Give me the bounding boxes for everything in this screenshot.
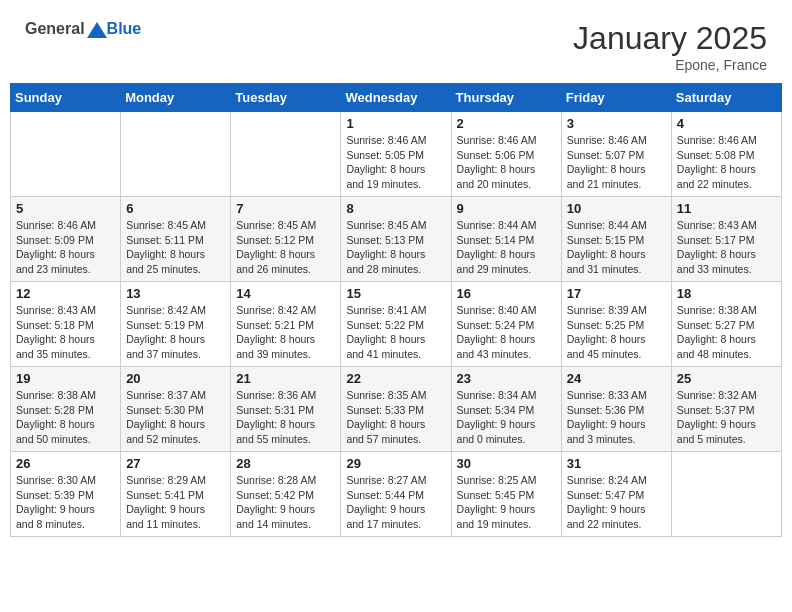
- weekday-header: Monday: [121, 84, 231, 112]
- calendar-cell: 19Sunrise: 8:38 AM Sunset: 5:28 PM Dayli…: [11, 367, 121, 452]
- calendar-cell: 12Sunrise: 8:43 AM Sunset: 5:18 PM Dayli…: [11, 282, 121, 367]
- month-title: January 2025: [573, 20, 767, 57]
- day-number: 14: [236, 286, 335, 301]
- calendar-cell: 27Sunrise: 8:29 AM Sunset: 5:41 PM Dayli…: [121, 452, 231, 537]
- svg-marker-0: [87, 22, 107, 38]
- day-info: Sunrise: 8:45 AM Sunset: 5:11 PM Dayligh…: [126, 218, 225, 277]
- day-info: Sunrise: 8:39 AM Sunset: 5:25 PM Dayligh…: [567, 303, 666, 362]
- weekday-header: Sunday: [11, 84, 121, 112]
- calendar-cell: 18Sunrise: 8:38 AM Sunset: 5:27 PM Dayli…: [671, 282, 781, 367]
- calendar-cell: 2Sunrise: 8:46 AM Sunset: 5:06 PM Daylig…: [451, 112, 561, 197]
- day-number: 10: [567, 201, 666, 216]
- calendar-cell: 29Sunrise: 8:27 AM Sunset: 5:44 PM Dayli…: [341, 452, 451, 537]
- calendar-cell: 3Sunrise: 8:46 AM Sunset: 5:07 PM Daylig…: [561, 112, 671, 197]
- calendar-cell: [121, 112, 231, 197]
- day-info: Sunrise: 8:40 AM Sunset: 5:24 PM Dayligh…: [457, 303, 556, 362]
- calendar-cell: 1Sunrise: 8:46 AM Sunset: 5:05 PM Daylig…: [341, 112, 451, 197]
- day-info: Sunrise: 8:29 AM Sunset: 5:41 PM Dayligh…: [126, 473, 225, 532]
- calendar-cell: 14Sunrise: 8:42 AM Sunset: 5:21 PM Dayli…: [231, 282, 341, 367]
- calendar-week: 26Sunrise: 8:30 AM Sunset: 5:39 PM Dayli…: [11, 452, 782, 537]
- day-number: 2: [457, 116, 556, 131]
- weekday-header: Thursday: [451, 84, 561, 112]
- day-number: 16: [457, 286, 556, 301]
- calendar-cell: 24Sunrise: 8:33 AM Sunset: 5:36 PM Dayli…: [561, 367, 671, 452]
- calendar-week: 1Sunrise: 8:46 AM Sunset: 5:05 PM Daylig…: [11, 112, 782, 197]
- day-number: 21: [236, 371, 335, 386]
- calendar-cell: 20Sunrise: 8:37 AM Sunset: 5:30 PM Dayli…: [121, 367, 231, 452]
- calendar-cell: 26Sunrise: 8:30 AM Sunset: 5:39 PM Dayli…: [11, 452, 121, 537]
- calendar-cell: 8Sunrise: 8:45 AM Sunset: 5:13 PM Daylig…: [341, 197, 451, 282]
- day-number: 25: [677, 371, 776, 386]
- calendar-cell: 31Sunrise: 8:24 AM Sunset: 5:47 PM Dayli…: [561, 452, 671, 537]
- logo-triangle-icon: [87, 22, 107, 38]
- calendar-week: 5Sunrise: 8:46 AM Sunset: 5:09 PM Daylig…: [11, 197, 782, 282]
- weekday-header: Saturday: [671, 84, 781, 112]
- day-number: 18: [677, 286, 776, 301]
- day-info: Sunrise: 8:42 AM Sunset: 5:19 PM Dayligh…: [126, 303, 225, 362]
- day-number: 11: [677, 201, 776, 216]
- day-info: Sunrise: 8:46 AM Sunset: 5:06 PM Dayligh…: [457, 133, 556, 192]
- calendar-week: 12Sunrise: 8:43 AM Sunset: 5:18 PM Dayli…: [11, 282, 782, 367]
- day-number: 22: [346, 371, 445, 386]
- day-number: 17: [567, 286, 666, 301]
- day-number: 3: [567, 116, 666, 131]
- calendar-cell: 22Sunrise: 8:35 AM Sunset: 5:33 PM Dayli…: [341, 367, 451, 452]
- day-info: Sunrise: 8:43 AM Sunset: 5:18 PM Dayligh…: [16, 303, 115, 362]
- weekday-header: Tuesday: [231, 84, 341, 112]
- day-info: Sunrise: 8:36 AM Sunset: 5:31 PM Dayligh…: [236, 388, 335, 447]
- day-number: 5: [16, 201, 115, 216]
- day-number: 20: [126, 371, 225, 386]
- day-number: 23: [457, 371, 556, 386]
- day-info: Sunrise: 8:24 AM Sunset: 5:47 PM Dayligh…: [567, 473, 666, 532]
- calendar-cell: 16Sunrise: 8:40 AM Sunset: 5:24 PM Dayli…: [451, 282, 561, 367]
- calendar-cell: 7Sunrise: 8:45 AM Sunset: 5:12 PM Daylig…: [231, 197, 341, 282]
- day-info: Sunrise: 8:46 AM Sunset: 5:05 PM Dayligh…: [346, 133, 445, 192]
- calendar-cell: 21Sunrise: 8:36 AM Sunset: 5:31 PM Dayli…: [231, 367, 341, 452]
- day-number: 19: [16, 371, 115, 386]
- day-info: Sunrise: 8:46 AM Sunset: 5:07 PM Dayligh…: [567, 133, 666, 192]
- header-row: SundayMondayTuesdayWednesdayThursdayFrid…: [11, 84, 782, 112]
- calendar-table: SundayMondayTuesdayWednesdayThursdayFrid…: [10, 83, 782, 537]
- day-number: 12: [16, 286, 115, 301]
- day-number: 8: [346, 201, 445, 216]
- day-info: Sunrise: 8:45 AM Sunset: 5:13 PM Dayligh…: [346, 218, 445, 277]
- day-number: 27: [126, 456, 225, 471]
- day-number: 15: [346, 286, 445, 301]
- day-info: Sunrise: 8:32 AM Sunset: 5:37 PM Dayligh…: [677, 388, 776, 447]
- calendar-cell: 30Sunrise: 8:25 AM Sunset: 5:45 PM Dayli…: [451, 452, 561, 537]
- day-number: 30: [457, 456, 556, 471]
- calendar-cell: 9Sunrise: 8:44 AM Sunset: 5:14 PM Daylig…: [451, 197, 561, 282]
- day-info: Sunrise: 8:28 AM Sunset: 5:42 PM Dayligh…: [236, 473, 335, 532]
- day-number: 7: [236, 201, 335, 216]
- day-info: Sunrise: 8:30 AM Sunset: 5:39 PM Dayligh…: [16, 473, 115, 532]
- day-info: Sunrise: 8:43 AM Sunset: 5:17 PM Dayligh…: [677, 218, 776, 277]
- day-info: Sunrise: 8:37 AM Sunset: 5:30 PM Dayligh…: [126, 388, 225, 447]
- day-info: Sunrise: 8:35 AM Sunset: 5:33 PM Dayligh…: [346, 388, 445, 447]
- day-number: 4: [677, 116, 776, 131]
- page-header: General Blue January 2025 Epone, France: [10, 10, 782, 78]
- day-info: Sunrise: 8:44 AM Sunset: 5:15 PM Dayligh…: [567, 218, 666, 277]
- weekday-header: Friday: [561, 84, 671, 112]
- logo-general-text: General: [25, 20, 85, 37]
- day-info: Sunrise: 8:44 AM Sunset: 5:14 PM Dayligh…: [457, 218, 556, 277]
- calendar-cell: 6Sunrise: 8:45 AM Sunset: 5:11 PM Daylig…: [121, 197, 231, 282]
- day-info: Sunrise: 8:41 AM Sunset: 5:22 PM Dayligh…: [346, 303, 445, 362]
- calendar-cell: 5Sunrise: 8:46 AM Sunset: 5:09 PM Daylig…: [11, 197, 121, 282]
- title-block: January 2025 Epone, France: [573, 20, 767, 73]
- day-info: Sunrise: 8:34 AM Sunset: 5:34 PM Dayligh…: [457, 388, 556, 447]
- day-info: Sunrise: 8:46 AM Sunset: 5:08 PM Dayligh…: [677, 133, 776, 192]
- day-number: 26: [16, 456, 115, 471]
- day-number: 1: [346, 116, 445, 131]
- calendar-cell: 28Sunrise: 8:28 AM Sunset: 5:42 PM Dayli…: [231, 452, 341, 537]
- calendar-header: SundayMondayTuesdayWednesdayThursdayFrid…: [11, 84, 782, 112]
- day-number: 6: [126, 201, 225, 216]
- day-number: 31: [567, 456, 666, 471]
- calendar-week: 19Sunrise: 8:38 AM Sunset: 5:28 PM Dayli…: [11, 367, 782, 452]
- day-info: Sunrise: 8:46 AM Sunset: 5:09 PM Dayligh…: [16, 218, 115, 277]
- location: Epone, France: [573, 57, 767, 73]
- day-info: Sunrise: 8:38 AM Sunset: 5:27 PM Dayligh…: [677, 303, 776, 362]
- day-info: Sunrise: 8:25 AM Sunset: 5:45 PM Dayligh…: [457, 473, 556, 532]
- weekday-header: Wednesday: [341, 84, 451, 112]
- calendar-cell: 4Sunrise: 8:46 AM Sunset: 5:08 PM Daylig…: [671, 112, 781, 197]
- day-info: Sunrise: 8:45 AM Sunset: 5:12 PM Dayligh…: [236, 218, 335, 277]
